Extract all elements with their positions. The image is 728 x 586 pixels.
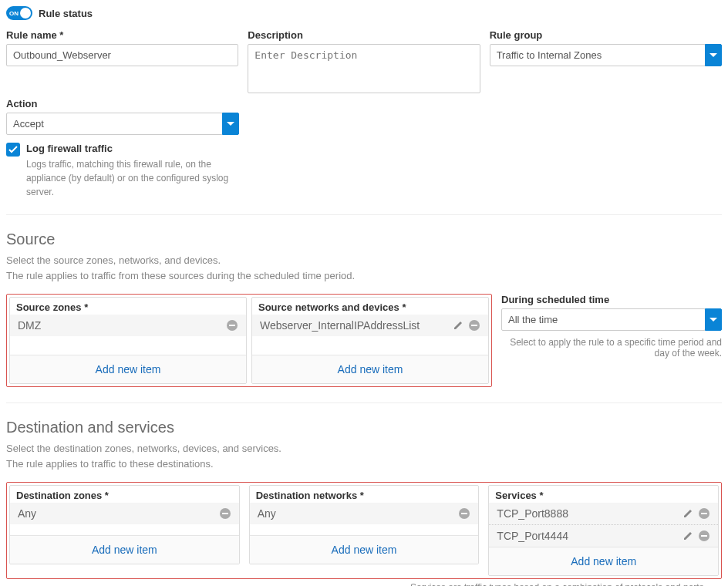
dest-desc1: Select the destination zones, networks, … [6,441,722,456]
list-item: TCP_Port8888 [489,503,718,524]
dest-desc2: The rule applies to traffic to these des… [6,456,722,472]
source-networks-box: Source networks and devices * Webserver_… [251,297,489,384]
remove-button[interactable] [219,507,231,520]
source-desc1: Select the source zones, networks, and d… [6,253,722,268]
item-text: Any [258,507,454,520]
log-traffic-checkbox[interactable] [6,143,20,157]
pencil-icon [682,508,693,519]
minus-circle-icon [698,507,710,520]
divider [6,214,722,215]
add-new-item-button[interactable]: Add new item [10,535,239,564]
svg-rect-1 [229,325,235,326]
source-zones-box: Source zones * DMZ Add new item [9,297,247,384]
chevron-down-icon [709,53,717,58]
schedule-select[interactable] [501,308,706,331]
dest-title: Destination and services [6,419,722,436]
chevron-down-icon [227,122,234,126]
list-item: Any [250,503,479,524]
checkmark-icon [8,146,18,153]
item-text: TCP_Port4444 [497,530,678,542]
dest-zones-label: Destination zones * [10,486,239,503]
pencil-icon [682,530,693,541]
rule-group-label: Rule group [490,29,722,41]
add-new-item-button[interactable]: Add new item [252,355,488,383]
description-label: Description [248,29,480,41]
log-traffic-label: Log firewall traffic [26,143,250,154]
rule-name-input[interactable] [6,44,238,66]
source-title: Source [6,231,722,248]
rule-group-select[interactable] [490,44,706,66]
source-zones-label: Source zones * [10,298,246,315]
list-item: DMZ [10,315,246,336]
rule-name-label: Rule name * [6,29,238,41]
rule-status-label: Rule status [39,8,93,19]
schedule-dropdown-button[interactable] [705,308,722,331]
chevron-down-icon [709,318,717,322]
minus-circle-icon [458,507,470,520]
services-hint: Services are traffic types based on a co… [6,582,722,586]
list-item: Webserver_InternalIPAddressList [252,315,488,336]
svg-rect-3 [471,325,477,326]
action-select[interactable] [6,113,223,135]
edit-button[interactable] [453,320,463,331]
minus-circle-icon [226,319,238,332]
dest-zones-box: Destination zones * Any Add new item [9,485,240,564]
minus-circle-icon [219,507,231,520]
rule-group-dropdown-button[interactable] [705,44,722,66]
action-dropdown-button[interactable] [222,113,239,135]
edit-button[interactable] [682,530,693,541]
edit-button[interactable] [682,508,693,519]
item-text: Any [18,507,214,520]
svg-rect-9 [701,513,707,514]
dest-networks-label: Destination networks * [250,486,479,503]
schedule-hint: Select to apply the rule to a specific t… [501,337,722,359]
add-new-item-button[interactable]: Add new item [250,535,479,564]
services-box: Services * TCP_Port8888 TCP_Port4444 [488,485,719,576]
source-networks-label: Source networks and devices * [252,298,488,315]
minus-circle-icon [468,319,480,332]
list-item: Any [10,503,239,524]
source-desc2: The rule applies to traffic from these s… [6,268,722,284]
remove-button[interactable] [458,507,470,520]
dest-networks-box: Destination networks * Any Add new item [249,485,480,564]
add-new-item-button[interactable]: Add new item [10,355,246,383]
remove-button[interactable] [698,507,710,520]
minus-circle-icon [698,530,710,542]
remove-button[interactable] [226,319,238,332]
svg-rect-7 [461,513,467,514]
add-new-item-button[interactable]: Add new item [489,547,718,575]
remove-button[interactable] [468,319,480,332]
list-item: TCP_Port4444 [489,524,718,547]
item-text: Webserver_InternalIPAddressList [260,319,448,332]
item-text: TCP_Port8888 [497,507,678,520]
description-textarea[interactable] [248,44,480,93]
item-text: DMZ [18,319,221,332]
rule-status-toggle[interactable]: ON [6,6,32,20]
action-label: Action [6,98,239,109]
schedule-label: During scheduled time [501,294,722,305]
toggle-on-text: ON [9,10,19,17]
services-label: Services * [489,486,718,503]
divider [6,402,722,403]
svg-rect-11 [701,535,707,537]
remove-button[interactable] [698,530,710,542]
svg-rect-5 [222,513,228,514]
pencil-icon [453,320,463,331]
log-traffic-desc: Logs traffic, matching this firewall rul… [26,157,250,199]
